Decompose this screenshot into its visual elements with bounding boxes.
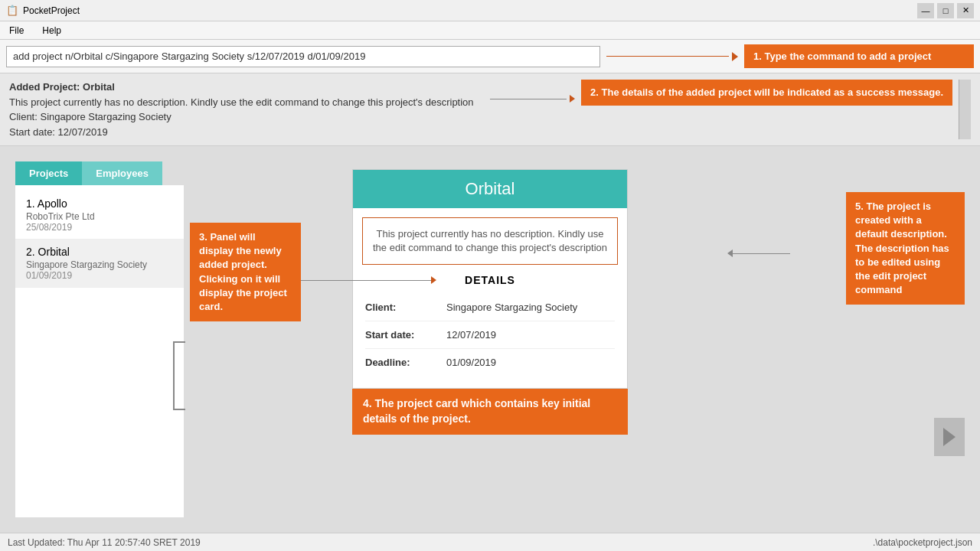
maximize-button[interactable]: □ [937, 3, 954, 18]
callout3-arrow-icon [301, 276, 436, 284]
callout-1: 1. Type the command to add a project [744, 44, 974, 68]
callout-5: 5. The project is created with a default… [846, 192, 965, 305]
detail-deadline-row: Deadline: 01/09/2019 [365, 349, 615, 376]
callout-2: 2. The details of the added project will… [581, 80, 952, 106]
chevron-right-icon [943, 428, 956, 446]
detail-client-row: Client: Singapore Stargazing Society [365, 294, 615, 321]
project-number-name: 1. Apollo [26, 197, 173, 210]
startdate-label: Start date: [365, 329, 434, 341]
left-panel: Projects Employees 1. Apollo RoboTrix Pt… [15, 161, 184, 517]
project-list: 1. Apollo RoboTrix Pte Ltd 25/08/2019 2.… [15, 185, 184, 517]
output-area: Added Project: Orbital This project curr… [0, 73, 980, 146]
output-text: Added Project: Orbital This project curr… [9, 80, 484, 139]
client-value: Singapore Stargazing Society [446, 302, 577, 313]
project-client: RoboTrix Pte Ltd [26, 211, 173, 222]
list-item[interactable]: 1. Apollo RoboTrix Pte Ltd 25/08/2019 [15, 191, 184, 240]
detail-startdate-row: Start date: 12/07/2019 [365, 321, 615, 349]
command-input[interactable] [6, 46, 600, 67]
tabs-bar: Projects Employees [15, 161, 184, 185]
titlebar: 📋 PocketProject — □ ✕ [0, 0, 980, 21]
tab-employees[interactable]: Employees [82, 161, 162, 185]
tab-projects[interactable]: Projects [15, 161, 82, 185]
menu-file[interactable]: File [6, 24, 27, 37]
right-panel: 5. The project is created with a default… [796, 161, 965, 517]
bracket-left-icon [173, 341, 185, 410]
project-card-description: This project currently has no descriptio… [362, 217, 618, 265]
project-card-title: Orbital [353, 170, 627, 208]
output-line1: Added Project: Orbital [9, 81, 115, 93]
project-client: Singapore Stargazing Society [26, 259, 173, 270]
status-right: .\data\pocketproject.json [873, 537, 972, 548]
client-label: Client: [365, 302, 434, 313]
close-button[interactable]: ✕ [957, 3, 974, 18]
status-left: Last Updated: Thu Apr 11 20:57:40 SRET 2… [8, 537, 201, 548]
output-line2: This project currently has no descriptio… [9, 95, 484, 110]
callout-3: 3. Panel will display the newly added pr… [190, 223, 301, 321]
app-icon: 📋 [6, 5, 18, 16]
main-content: Projects Employees 1. Apollo RoboTrix Pt… [0, 146, 980, 533]
project-card-details: DETAILS Client: Singapore Stargazing Soc… [353, 274, 627, 388]
deadline-value: 01/09/2019 [446, 357, 496, 368]
output-line3: Client: Singapore Stargazing Society [9, 109, 484, 125]
arrow-to-callout1-icon [732, 52, 738, 61]
output-scrollbar[interactable] [959, 80, 971, 139]
nav-next-button[interactable] [934, 418, 965, 456]
titlebar-controls: — □ ✕ [917, 3, 974, 18]
minimize-button[interactable]: — [917, 3, 934, 18]
menu-help[interactable]: Help [39, 24, 64, 37]
statusbar: Last Updated: Thu Apr 11 20:57:40 SRET 2… [0, 533, 980, 551]
project-date: 25/08/2019 [26, 222, 173, 233]
app-title: PocketProject [23, 5, 80, 16]
callout-4: 4. The project card which contains key i… [352, 389, 628, 434]
center-panel: Orbital This project currently has no de… [199, 161, 781, 517]
list-item[interactable]: 2. Orbital Singapore Stargazing Society … [15, 240, 184, 288]
startdate-value: 12/07/2019 [446, 329, 496, 341]
arrow-to-callout2-icon [570, 95, 575, 103]
output-line4: Start date: 12/07/2019 [9, 125, 484, 140]
project-date: 01/09/2019 [26, 270, 173, 281]
menubar: File Help [0, 21, 980, 40]
titlebar-left: 📋 PocketProject [6, 5, 80, 16]
command-area: 1. Type the command to add a project [0, 40, 980, 73]
deadline-label: Deadline: [365, 357, 434, 368]
project-number-name: 2. Orbital [26, 246, 173, 258]
